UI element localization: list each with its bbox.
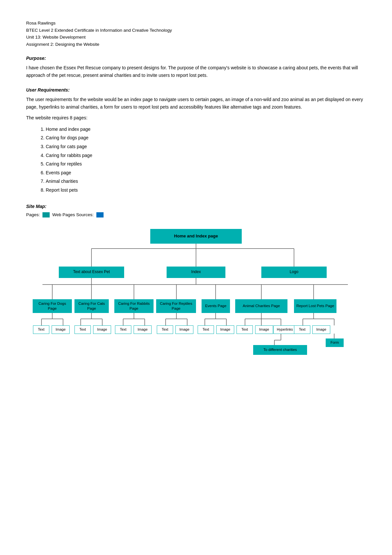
to-charities-box: To different charities (253, 345, 307, 355)
pages-list: Home and index page Caring for dogs page… (46, 125, 366, 195)
report-text-box: Text (294, 325, 310, 334)
purpose-text: I have chosen the Essex Pet Rescue compa… (26, 64, 366, 79)
animal-charities-box: Animal Charities Page (235, 299, 287, 313)
user-req-text2: The website requires 8 pages: (26, 114, 366, 122)
legend-pages-label: Pages: (26, 212, 40, 217)
list-item: Home and index page (46, 125, 366, 134)
caring-rabbits-box: Caring For Rabbits Page (114, 299, 154, 313)
charities-image-box: Image (255, 325, 273, 334)
user-req-title: User Requirements: (26, 87, 366, 93)
caring-reptiles-box: Caring For Reptiles Page (156, 299, 196, 313)
dogs-image-box: Image (52, 325, 70, 334)
sitemap-section: Site Map: Pages: Web Pages Sources: (26, 204, 366, 365)
user-requirements-section: User Requirements: The user requirements… (26, 87, 366, 195)
form-box: Form (326, 338, 344, 347)
charities-text-box: Text (237, 325, 253, 334)
sitemap-title: Site Map: (26, 204, 366, 209)
header-info: Rosa Rawlings BTEC Level 2 Extended Cert… (26, 20, 366, 48)
home-box: Home and Index page (150, 229, 242, 244)
sitemap-lines (26, 224, 366, 365)
logo-box: Logo (261, 267, 327, 278)
list-item: Caring for cats page (46, 142, 366, 151)
purpose-section: Purpose: I have chosen the Essex Pet Res… (26, 56, 366, 79)
purpose-title: Purpose: (26, 56, 366, 61)
reptiles-text-box: Text (157, 325, 173, 334)
reptiles-image-box: Image (175, 325, 193, 334)
events-text-box: Text (198, 325, 214, 334)
hyperlinks-box: Hyperlinks (273, 325, 296, 334)
list-item: Events page (46, 168, 366, 177)
list-item: Caring for dogs page (46, 133, 366, 142)
header-line3: Unit 13: Website Development (26, 34, 366, 41)
cats-image-box: Image (93, 325, 111, 334)
legend-sources-box (96, 212, 104, 217)
report-lost-box: Report Lost Pets Page (294, 299, 336, 313)
list-item: Animal charities (46, 177, 366, 186)
sitemap-legend: Pages: Web Pages Sources: (26, 212, 366, 217)
header-line2: BTEC Level 2 Extended Certificate in Inf… (26, 27, 366, 34)
sitemap-diagram: Home and Index page Text about Essex Pet… (26, 224, 366, 365)
legend-pages-box (42, 212, 50, 217)
cats-text-box: Text (74, 325, 91, 334)
index-box: Index (167, 267, 225, 278)
rabbits-image-box: Image (134, 325, 152, 334)
list-item: Caring for rabbits page (46, 151, 366, 160)
list-item: Caring for reptiles (46, 160, 366, 168)
header-line4: Assignment 2: Designing the Website (26, 41, 366, 48)
events-box: Events Page (202, 299, 230, 313)
text-essex-box: Text about Essex Pet (59, 267, 124, 278)
caring-cats-box: Caring For Cats Page (74, 299, 109, 313)
user-req-text1: The user requirements for the website wo… (26, 96, 366, 111)
rabbits-text-box: Text (115, 325, 131, 334)
caring-dogs-box: Caring For Dogs Page (33, 299, 72, 313)
events-image-box: Image (216, 325, 234, 334)
list-item: Report lost pets (46, 186, 366, 195)
report-image-box: Image (312, 325, 330, 334)
legend-sources-label: Web Pages Sources: (52, 212, 94, 217)
dogs-text-box: Text (33, 325, 49, 334)
header-line1: Rosa Rawlings (26, 20, 366, 27)
